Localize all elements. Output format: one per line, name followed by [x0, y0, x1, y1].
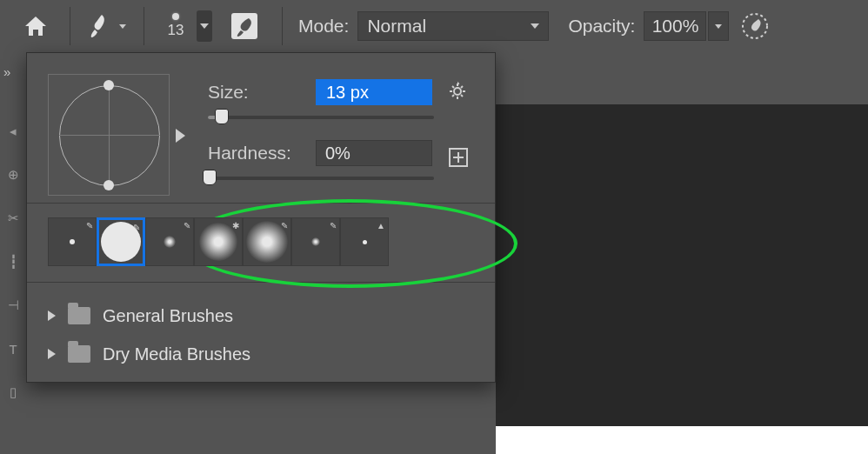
canvas-viewport[interactable] — [496, 104, 868, 426]
pressure-opacity-button[interactable] — [738, 9, 772, 43]
chevron-down-icon — [119, 24, 126, 29]
panel-menu-button[interactable] — [446, 79, 471, 103]
collapse-panels-button[interactable]: » — [0, 61, 26, 82]
slider-thumb[interactable] — [215, 109, 229, 124]
divider — [282, 7, 283, 45]
expand-arrow-icon — [48, 310, 56, 321]
new-preset-button[interactable] — [446, 145, 471, 170]
hardness-input[interactable]: 0% — [316, 140, 432, 166]
options-bar: 13 Mode: Normal Opacity: 100% — [0, 0, 868, 52]
tool-item[interactable]: ✂ — [3, 209, 23, 228]
hardness-label: Hardness: — [208, 143, 316, 164]
svg-line-7 — [452, 86, 454, 88]
tool-item[interactable]: T — [3, 339, 23, 358]
tool-preset-picker[interactable] — [81, 13, 133, 39]
brush-preset[interactable]: ✎ — [291, 217, 340, 266]
tool-item[interactable]: ◂ — [3, 122, 23, 141]
opacity-dropdown[interactable] — [708, 11, 729, 41]
angle-handle[interactable] — [103, 80, 114, 90]
blend-mode-value: Normal — [367, 16, 426, 37]
separator — [27, 203, 495, 204]
document-canvas[interactable] — [496, 426, 868, 454]
mode-label: Mode: — [298, 16, 349, 37]
folder-label: Dry Media Brushes — [103, 344, 250, 364]
chevron-down-icon — [531, 23, 539, 29]
expand-arrow-icon — [48, 349, 56, 359]
brush-angle-widget[interactable] — [48, 74, 170, 196]
brush-picker-dropdown[interactable] — [197, 10, 212, 42]
size-input[interactable]: 13 px — [316, 79, 432, 105]
size-label: Size: — [208, 82, 316, 103]
brush-folder[interactable]: General Brushes — [48, 297, 476, 335]
divider — [70, 7, 70, 45]
svg-line-10 — [461, 86, 463, 88]
tools-panel: ◂ ⊕ ✂ ┇ ⊣ T ▯ — [0, 101, 26, 402]
brush-preset[interactable]: ▲ — [340, 217, 389, 266]
brush-preset[interactable]: ✎ — [145, 217, 194, 266]
brush-preset-popup: Size: 13 px Hardness: 0% — [26, 52, 496, 383]
blend-mode-select[interactable]: Normal — [357, 11, 549, 41]
brush-size-number: 13 — [168, 22, 184, 39]
svg-line-8 — [461, 95, 463, 97]
tool-item[interactable]: ⊣ — [3, 296, 23, 315]
tool-item[interactable]: ┇ — [3, 252, 23, 271]
brush-folder[interactable]: Dry Media Brushes — [48, 335, 476, 373]
separator — [27, 282, 495, 283]
tool-item[interactable]: ▯ — [3, 383, 23, 402]
brush-tip-preview-icon — [172, 13, 179, 20]
opacity-label: Opacity: — [568, 16, 635, 37]
folder-icon — [68, 307, 90, 324]
divider — [144, 7, 144, 45]
size-slider[interactable] — [208, 116, 434, 119]
opacity-value: 100% — [652, 16, 699, 37]
recent-brushes: ✎ ✎ ✎ ✱ ✎ ✎ ▲ — [48, 217, 476, 266]
brush-preset-picker[interactable]: 13 — [155, 10, 212, 42]
svg-point-2 — [454, 88, 461, 95]
brush-preset[interactable]: ✎ — [243, 217, 291, 266]
direction-arrow-icon — [176, 129, 185, 143]
brush-preset[interactable]: ✎ — [48, 217, 97, 266]
folder-label: General Brushes — [103, 306, 233, 326]
opacity-input[interactable]: 100% — [644, 11, 706, 41]
slider-thumb[interactable] — [203, 170, 217, 185]
svg-line-9 — [452, 95, 454, 97]
tool-item[interactable]: ⊕ — [3, 165, 23, 184]
brush-preset[interactable]: ✱ — [194, 217, 243, 266]
brush-settings-button[interactable] — [226, 8, 263, 44]
folder-icon — [68, 345, 90, 363]
brush-preset[interactable]: ✎ — [97, 217, 145, 266]
home-button[interactable] — [12, 0, 59, 52]
angle-handle[interactable] — [103, 180, 114, 190]
hardness-slider[interactable] — [208, 177, 434, 180]
